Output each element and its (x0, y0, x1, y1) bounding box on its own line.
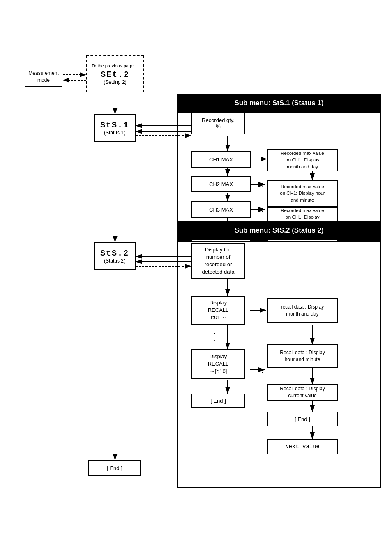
end-main-box: [ End ] (88, 460, 141, 476)
set2-label: (Setting 2) (92, 79, 138, 85)
prev-page-label: To the previous page ... (92, 63, 138, 68)
next-value-box: Next value (267, 439, 338, 454)
ch1-max-box: CH1 MAX (191, 151, 251, 168)
colon3: : (261, 366, 264, 375)
recall-month-box: recall data : Display month and day (267, 298, 338, 323)
ch2-max-box: CH2 MAX (191, 176, 251, 192)
recall-hour-box: Recall data : Display hour and minute (267, 344, 338, 368)
measurement-mode-box: Measurement mode (25, 67, 62, 87)
sts1-box: StS.1 (Status 1) (94, 114, 136, 142)
set2-lcd: SEt.2 (92, 70, 138, 79)
sts2-box: StS.2 (Status 2) (94, 242, 136, 270)
dots: ... (214, 328, 215, 350)
end-submenu2-left: [ End ] (191, 394, 245, 408)
display-recall2-box: Display RECALL ～[r:10] (191, 349, 245, 379)
rec-max-ch1-hour-box: Recorded max value on CH1: Display hour … (267, 180, 338, 207)
recall-current-box: Recall data : Display current value (267, 384, 338, 401)
set2-box: To the previous page ... SEt.2 (Setting … (86, 55, 144, 92)
sts1-lcd: StS.1 (100, 120, 129, 130)
end-submenu2-right: [ End ] (267, 412, 338, 426)
diagram: Measurement mode To the previous page ..… (0, 0, 392, 553)
colon1: : (261, 181, 264, 189)
display-number-box: Display the number of recorded or detect… (191, 243, 245, 279)
ch3-max-box: CH3 MAX (191, 201, 251, 218)
rec-max-ch1-month-box: Recorded max value on CH1: Display month… (267, 149, 338, 171)
sts1-label: (Status 1) (100, 130, 129, 136)
colon2: : (261, 205, 264, 214)
sts2-label: (Status 2) (100, 258, 129, 264)
recorded-qty-box: Recorded qty. % (191, 112, 245, 134)
display-recall1-box: Display RECALL [r:01]～ (191, 296, 245, 325)
sts2-lcd: StS.2 (100, 249, 129, 258)
